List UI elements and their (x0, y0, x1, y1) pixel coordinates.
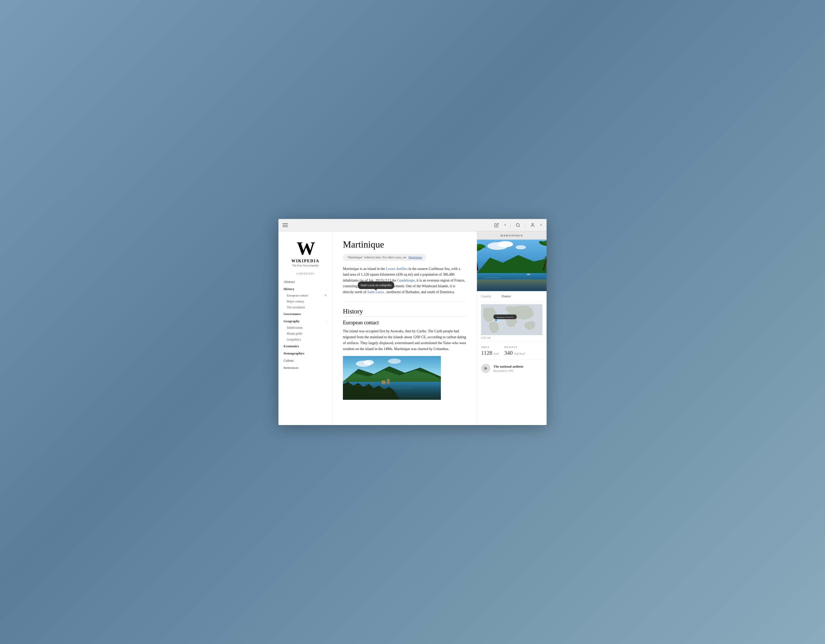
area-value: 1128 (481, 350, 492, 356)
infobox-map: Martinique 14°N 60°W UTC-04 (477, 302, 547, 342)
sidebar-item-references-label: References (284, 366, 298, 370)
area-value-row: 1128 km² (481, 350, 499, 356)
lesser-antilles-link[interactable]: Lesser Antilles (386, 267, 408, 271)
svg-point-6 (388, 359, 401, 364)
infobox-country-value: France (502, 294, 511, 298)
svg-rect-7 (343, 382, 441, 400)
infobox-anthem: The national anthem Recorded in 1995 (477, 360, 547, 377)
infobox-panel: MARTINIQUE (477, 231, 547, 425)
infobox-country-row: Country France (477, 291, 547, 302)
redirect-notice-text: "Martinique" redirects here. For others … (347, 256, 406, 259)
density-value-row: 340 hab/km² (504, 350, 525, 356)
hamburger-menu-icon[interactable] (283, 223, 288, 227)
browser-toolbar: ▼ ▼ (278, 219, 547, 231)
sidebar-item-mount-pelee[interactable]: Mount pelée (283, 331, 328, 337)
svg-point-5 (363, 360, 374, 365)
history-paragraph: The island was occupied first by Arawaks… (343, 328, 467, 352)
sidebar-item-major-century[interactable]: Major century (283, 299, 328, 305)
saint-lucia-link[interactable]: Saint Lucia (367, 290, 384, 294)
wiki-name: Wikipedia (291, 259, 320, 263)
account-dropdown-arrow[interactable]: ▼ (540, 223, 542, 226)
sidebar-item-geopolitics[interactable]: Geopolitics (283, 337, 328, 343)
area-label: AREA (481, 346, 499, 348)
sidebar-item-culture[interactable]: Culture (283, 357, 328, 364)
sidebar-item-the-revolution[interactable]: The revolution (283, 305, 328, 310)
sidebar-item-mount-pelee-label: Mount pelée (287, 332, 302, 336)
search-icon[interactable] (515, 222, 521, 228)
world-map-container: Martinique 14°N 60°W (481, 304, 542, 335)
sidebar-item-governance[interactable]: Governance (283, 310, 328, 317)
density-stat: DENSITY 340 hab/km² (504, 346, 525, 356)
sidebar-item-culture-label: Culture (284, 359, 294, 363)
infobox-country-label: Country (481, 294, 502, 298)
redirect-notice: "Martinique" redirects here. For others … (343, 254, 426, 261)
svg-rect-12 (387, 379, 390, 384)
anthem-info: The national anthem Recorded in 1995 (493, 365, 523, 372)
sidebar-item-european-contact-label: European contact (287, 294, 308, 297)
svg-marker-10 (343, 382, 400, 400)
history-section-title: History (343, 308, 467, 317)
svg-point-40 (495, 319, 497, 322)
saint-lucia-tooltip: Saint Lucia on wikipédia (358, 282, 394, 289)
svg-line-1 (519, 226, 520, 227)
play-icon (484, 367, 488, 370)
sidebar-item-abstract-label: Abstract (284, 280, 295, 284)
account-icon[interactable] (530, 222, 536, 228)
svg-point-32 (527, 274, 531, 275)
article-intro: Martinique is an island in the Lesser An… (343, 266, 467, 295)
sidebar-item-history[interactable]: History › (283, 285, 328, 293)
eye-icon: 👁 (324, 294, 327, 297)
sidebar-item-demographics[interactable]: Demographics (283, 350, 328, 357)
saint-lucia-tooltip-wrapper: Saint Lucia Saint Lucia on wikipédia (367, 290, 385, 294)
sidebar-item-governance-label: Governance (284, 312, 301, 316)
contents-heading: Contents (283, 272, 328, 275)
svg-point-18 (497, 241, 513, 247)
main-layout: W Wikipedia The Free Encyclopedia Conten… (278, 231, 547, 425)
density-label: DENSITY (504, 346, 525, 348)
density-unit: hab/km² (514, 351, 525, 356)
svg-rect-11 (382, 381, 385, 384)
article-image (343, 356, 441, 400)
european-contact-subtitle: European contact (343, 320, 467, 326)
edit-icon[interactable] (493, 222, 500, 228)
sidebar-item-geography[interactable]: Geography › (283, 317, 328, 325)
sidebar-item-subdivisions-label: Subdivisions (287, 326, 303, 330)
density-value: 340 (504, 350, 513, 356)
sidebar-item-abstract[interactable]: Abstract (283, 278, 328, 285)
sidebar-item-economics-label: Economics (284, 344, 299, 348)
anthem-title: The national anthem (493, 365, 523, 369)
sidebar-item-demographics-label: Demographics (284, 351, 304, 356)
sidebar-item-major-century-label: Major century (287, 300, 304, 304)
sidebar-item-geopolitics-label: Geopolitics (287, 338, 301, 342)
sidebar-item-european-contact[interactable]: European contact 👁 (283, 293, 328, 299)
sidebar-item-economics[interactable]: Economics (283, 343, 328, 350)
svg-rect-20 (477, 273, 547, 291)
wiki-logo: W Wikipedia The Free Encyclopedia (278, 236, 332, 272)
guadeloupe-link[interactable]: Guadeloupe (397, 279, 415, 282)
sidebar-item-subdivisions[interactable]: Subdivisions (283, 325, 328, 331)
svg-point-2 (532, 223, 533, 225)
sidebar-item-the-revolution-label: The revolution (287, 305, 305, 310)
article-content: Martinique "Martinique" redirects here. … (332, 231, 477, 425)
article-title: Martinique (343, 239, 467, 250)
edit-dropdown-arrow[interactable]: ▼ (504, 223, 506, 226)
svg-marker-29 (477, 279, 547, 291)
sidebar: W Wikipedia The Free Encyclopedia Conten… (278, 231, 332, 425)
play-button[interactable] (481, 364, 490, 373)
wiki-w-logo: W (297, 239, 314, 257)
redirect-link[interactable]: Martinique (408, 256, 422, 259)
infobox-photo (477, 240, 547, 291)
article-image-container (343, 356, 467, 400)
browser-window: ▼ ▼ W Wikipedia (278, 219, 547, 425)
wiki-tagline: The Free Encyclopedia (292, 264, 318, 267)
area-unit: km² (494, 351, 499, 356)
sidebar-item-references[interactable]: References (283, 364, 328, 371)
history-chevron-icon: › (326, 288, 327, 291)
world-map-svg: Martinique 14°N 60°W (481, 304, 542, 335)
toolbar-right: ▼ ▼ (493, 222, 542, 228)
sidebar-item-geography-label: Geography (284, 319, 300, 323)
svg-text:Martinique  14°N 60°W: Martinique 14°N 60°W (496, 316, 514, 318)
contents-section: Contents Abstract History › European con… (278, 272, 332, 371)
svg-point-0 (516, 223, 519, 226)
map-utc-label: UTC-04 (481, 336, 542, 339)
